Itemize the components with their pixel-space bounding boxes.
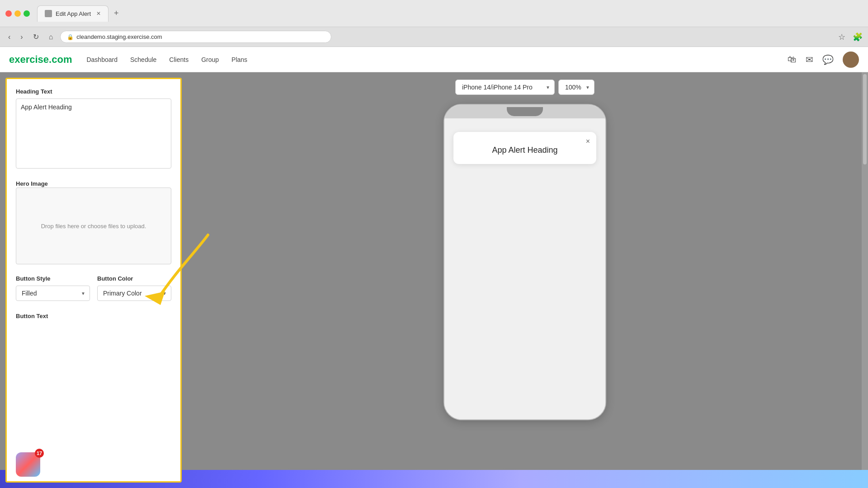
phone-notch-area [444, 105, 605, 118]
lock-icon: 🔒 [67, 34, 74, 40]
hero-image-label: Hero Image [16, 180, 48, 187]
browser-tab-bar: Edit App Alert ✕ + [0, 0, 868, 27]
hero-image-section: Hero Image Drop files here or choose fil… [16, 179, 171, 264]
mail-icon[interactable]: ✉ [806, 54, 813, 65]
address-bar-row: ‹ › ↻ ⌂ 🔒 cleandemo.staging.exercise.com… [0, 27, 868, 47]
button-text-section: Button Text [16, 312, 171, 320]
nav-schedule[interactable]: Schedule [130, 56, 156, 63]
app-icon: 17 [16, 452, 40, 477]
active-tab[interactable]: Edit App Alert ✕ [37, 5, 108, 22]
app-nav: exercise.com Dashboard Schedule Clients … [0, 47, 868, 72]
browser-toolbar-icons: ☆ 🧩 [838, 32, 863, 42]
phone-notch [507, 107, 543, 116]
button-style-select[interactable]: Filled Outlined Text [16, 286, 90, 301]
phone-mockup: × App Alert Heading [443, 104, 606, 420]
address-text: cleandemo.staging.exercise.com [76, 33, 162, 40]
button-text-label: Button Text [16, 313, 48, 319]
nav-clients[interactable]: Clients [169, 56, 189, 63]
logo-com: com [52, 54, 72, 65]
button-style-select-wrapper: Filled Outlined Text ▼ [16, 286, 90, 301]
nav-links: Dashboard Schedule Clients Group Plans [86, 56, 247, 63]
nav-plans[interactable]: Plans [231, 56, 247, 63]
traffic-lights [5, 10, 30, 17]
close-traffic-light[interactable] [5, 10, 12, 17]
zoom-select[interactable]: 50% 75% 100% 125% 150% [558, 80, 594, 95]
minimize-traffic-light[interactable] [14, 10, 21, 17]
right-preview-area: iPhone 14/iPhone 14 Pro iPhone SE Androi… [182, 72, 868, 488]
main-content: Heading Text App Alert Heading Hero Imag… [0, 72, 868, 488]
button-color-group: Button Color Primary Color Secondary Col… [97, 275, 171, 301]
home-button[interactable]: ⌂ [46, 31, 56, 43]
address-bar[interactable]: 🔒 cleandemo.staging.exercise.com [60, 31, 331, 43]
button-style-label: Button Style [16, 275, 90, 282]
heading-text-label: Heading Text [16, 88, 171, 95]
drop-files-text: Drop files here or choose files to uploa… [41, 223, 146, 230]
button-style-group: Button Style Filled Outlined Text ▼ [16, 275, 90, 301]
button-options-columns: Button Style Filled Outlined Text ▼ Butt… [16, 275, 171, 301]
notification-badge: 17 [35, 449, 44, 458]
nav-right: 🛍 ✉ 💬 [788, 52, 859, 68]
alert-close-button[interactable]: × [586, 137, 590, 145]
chat-icon[interactable]: 💬 [822, 54, 834, 65]
device-selector-bar: iPhone 14/iPhone 14 Pro iPhone SE Androi… [455, 80, 594, 95]
button-color-select-wrapper: Primary Color Secondary Color Custom ▼ [97, 286, 171, 301]
new-tab-button[interactable]: + [110, 9, 123, 18]
user-avatar[interactable] [843, 52, 859, 68]
app-icon-badge-area: 17 [16, 452, 40, 477]
alert-heading-text: App Alert Heading [462, 141, 587, 155]
zoom-select-wrapper: 50% 75% 100% 125% 150% ▼ [558, 80, 594, 95]
device-select[interactable]: iPhone 14/iPhone 14 Pro iPhone SE Androi… [455, 80, 555, 95]
back-button[interactable]: ‹ [5, 31, 13, 43]
hero-image-drop-zone[interactable]: Drop files here or choose files to uploa… [16, 188, 171, 264]
tab-title: Edit App Alert [56, 10, 91, 17]
tab-close-button[interactable]: ✕ [96, 10, 101, 17]
heading-text-section: Heading Text App Alert Heading [16, 88, 171, 169]
nav-group[interactable]: Group [201, 56, 219, 63]
maximize-traffic-light[interactable] [24, 10, 30, 17]
reload-button[interactable]: ↻ [30, 31, 42, 43]
main-scroll-thumb [863, 74, 867, 164]
cart-icon[interactable]: 🛍 [788, 54, 797, 65]
extensions-icon[interactable]: 🧩 [853, 32, 863, 42]
nav-dashboard[interactable]: Dashboard [86, 56, 118, 63]
button-color-select[interactable]: Primary Color Secondary Color Custom [97, 286, 171, 301]
button-color-label: Button Color [97, 275, 171, 282]
phone-content: × App Alert Heading [444, 118, 605, 419]
logo-exercise: exercise [9, 54, 49, 65]
button-options-section: Button Style Filled Outlined Text ▼ Butt… [16, 275, 171, 301]
bookmark-icon[interactable]: ☆ [838, 32, 845, 42]
heading-text-input[interactable]: App Alert Heading [16, 99, 171, 169]
main-scrollbar[interactable] [862, 72, 868, 488]
device-select-wrapper: iPhone 14/iPhone 14 Pro iPhone SE Androi… [455, 80, 555, 95]
alert-modal: × App Alert Heading [453, 132, 596, 164]
tab-favicon [45, 10, 52, 17]
forward-button[interactable]: › [18, 31, 25, 43]
tab-bar: Edit App Alert ✕ + [37, 5, 123, 22]
app-logo: exercise.com [9, 54, 72, 66]
panel-scroll-area[interactable]: Heading Text App Alert Heading Hero Imag… [7, 79, 180, 481]
left-edit-panel: Heading Text App Alert Heading Hero Imag… [5, 78, 182, 483]
